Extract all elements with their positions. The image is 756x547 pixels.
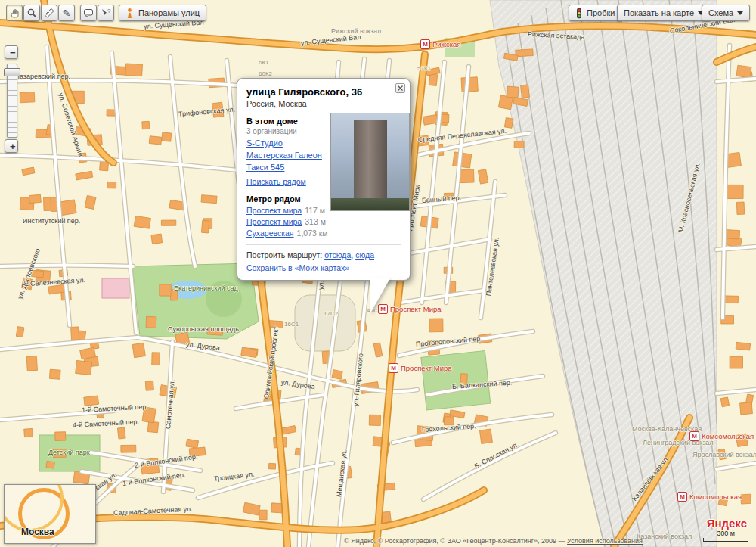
pencil-icon: ✎	[63, 8, 71, 18]
magnifier-icon	[26, 7, 38, 19]
route-to-link[interactable]: сюда	[355, 250, 374, 260]
route-line: Построить маршрут: отсюда, сюда	[246, 250, 401, 260]
search-nearby-link[interactable]: Поискать рядом	[246, 177, 306, 186]
org-link[interactable]: Такси 545	[246, 163, 325, 172]
yandex-logo[interactable]: Яндекс	[707, 517, 747, 530]
metro-row: Проспект мира313 м	[246, 217, 325, 226]
scale-label: 300 м	[717, 530, 735, 537]
balloon-subtitle: Россия, Москва	[246, 99, 401, 108]
pencil-tool-button[interactable]: ✎	[58, 5, 75, 21]
panorama-person-icon	[125, 8, 135, 19]
railway-yard	[490, 0, 717, 547]
balloon-tail	[370, 278, 390, 313]
org-link[interactable]: Мастерская Галеон	[246, 151, 325, 160]
show-on-map-label: Показать на карте	[624, 8, 694, 17]
terms-link[interactable]: Условия использования	[567, 537, 643, 545]
chevron-down-icon	[737, 11, 743, 18]
ruler-icon	[43, 7, 55, 19]
scheme-dropdown[interactable]: Схема	[702, 5, 750, 21]
measure-icon: ?	[100, 7, 112, 19]
building-photo[interactable]	[330, 113, 410, 211]
route-from-link[interactable]: отсюда	[324, 250, 351, 260]
metro-heading: Метро рядом	[246, 194, 325, 204]
stadium-block	[295, 295, 355, 351]
show-on-map-dropdown[interactable]: Показать на карте	[617, 5, 711, 21]
minimap[interactable]: Москва	[4, 484, 96, 544]
svg-text:?: ?	[107, 8, 111, 14]
metro-link[interactable]: Проспект мира	[246, 206, 302, 215]
save-to-my-maps-link[interactable]: Сохранить в «Моих картах»	[246, 263, 349, 272]
metro-distance: 117 м	[305, 206, 325, 215]
zoom-out-button[interactable]: −	[5, 45, 18, 59]
ruler-tool-button[interactable]	[41, 5, 57, 21]
traffic-button[interactable]: Пробки	[569, 5, 621, 21]
org-count: 3 организации	[246, 127, 325, 135]
metro-link[interactable]: Проспект мира	[246, 217, 302, 226]
metro-row: Сухаревская1,073 км	[246, 228, 325, 238]
metro-distance: 313 м	[305, 217, 326, 226]
pink-building	[102, 278, 129, 298]
metro-row: Проспект мира117 м	[246, 206, 325, 215]
balloon-close-button[interactable]	[395, 83, 405, 93]
map-canvas[interactable]: ул. Сущевский Валул. Сущевский ВалРижски…	[0, 0, 756, 547]
comment-icon	[82, 7, 94, 19]
metro-distance: 1,073 км	[297, 228, 328, 238]
scale-bar	[703, 538, 748, 542]
minimap-city-label: Москва	[21, 527, 54, 537]
metro-link[interactable]: Сухаревская	[246, 228, 294, 238]
comment-tool-button[interactable]	[80, 5, 97, 21]
scheme-label: Схема	[708, 8, 733, 17]
traffic-light-icon	[575, 8, 583, 19]
balloon: улица Гиляровского, 36 Россия, Москва В …	[237, 78, 411, 281]
route-label: Построить маршрут:	[246, 250, 322, 260]
pan-tool-button[interactable]	[6, 5, 23, 21]
zoom-in-button[interactable]: +	[5, 139, 18, 153]
copyright: © Яндекс, © Роскартография, © ЗАО «Геоце…	[344, 537, 643, 545]
balloon-title: улица Гиляровского, 36	[246, 86, 401, 98]
in-house-heading: В этом доме	[246, 117, 325, 126]
magnifier-tool-button[interactable]	[23, 5, 40, 21]
org-link[interactable]: S-Студио	[246, 138, 325, 148]
panoramas-button-label: Панорамы улиц	[138, 8, 200, 17]
scale-control: 300 м	[703, 530, 748, 542]
zoom-slider-handle[interactable]	[4, 68, 20, 76]
traffic-button-label: Пробки	[587, 8, 615, 17]
measure-tool-button[interactable]: ?	[98, 5, 114, 21]
hand-icon	[8, 7, 20, 19]
close-icon	[397, 85, 404, 92]
balloon-divider	[246, 244, 401, 245]
panoramas-button[interactable]: Панорамы улиц	[119, 5, 206, 21]
